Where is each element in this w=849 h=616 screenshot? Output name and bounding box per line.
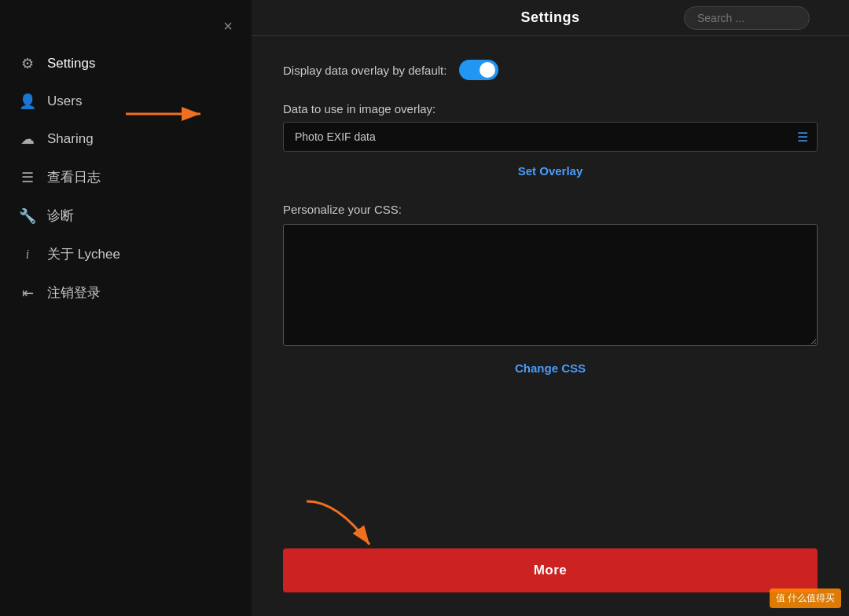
css-section: Personalize your CSS: Change CSS: [283, 203, 818, 383]
image-overlay-select[interactable]: Photo EXIF data: [283, 122, 818, 152]
change-css-button[interactable]: Change CSS: [283, 354, 818, 383]
sidebar-item-logout[interactable]: ⇤ 注销登录: [0, 273, 252, 312]
search-input[interactable]: [684, 6, 810, 30]
sidebar-item-logs[interactable]: ☰ 查看日志: [0, 158, 252, 196]
diagnostics-icon: 🔧: [19, 207, 36, 225]
users-icon: 👤: [19, 93, 36, 110]
main-header: Settings: [252, 0, 849, 36]
sidebar-item-sharing[interactable]: ☁ Sharing: [0, 120, 252, 158]
main-content: Display data overlay by default: Data to…: [252, 36, 849, 548]
logout-icon: ⇤: [19, 284, 36, 302]
logs-icon: ☰: [19, 169, 36, 186]
image-overlay-label: Data to use in image overlay:: [283, 102, 818, 116]
settings-icon: ⚙: [19, 55, 36, 72]
css-textarea[interactable]: [283, 224, 818, 346]
sidebar-close-row: ×: [0, 8, 252, 45]
sidebar-label-about: 关于 Lychee: [47, 245, 120, 263]
sidebar-item-about[interactable]: i 关于 Lychee: [0, 235, 252, 273]
about-icon: i: [19, 248, 36, 262]
more-btn-wrapper: More: [252, 548, 849, 616]
sidebar-label-diagnostics: 诊断: [47, 207, 74, 225]
watermark: 值 什么值得买: [770, 588, 841, 608]
sidebar-label-logs: 查看日志: [47, 168, 101, 186]
set-overlay-button[interactable]: Set Overlay: [283, 158, 818, 184]
sidebar-item-users[interactable]: 👤 Users: [0, 82, 252, 120]
sidebar: × ⚙ Settings 👤 Users ☁ Sharing ☰ 查看日志: [0, 0, 252, 616]
sidebar-item-settings[interactable]: ⚙ Settings: [0, 45, 252, 82]
sidebar-label-sharing: Sharing: [47, 131, 94, 147]
overlay-toggle[interactable]: [459, 60, 498, 80]
sidebar-label-settings: Settings: [47, 56, 95, 72]
image-overlay-select-wrapper: Photo EXIF data ☰: [283, 122, 818, 152]
page-title: Settings: [520, 9, 579, 26]
more-button[interactable]: More: [283, 548, 818, 592]
overlay-toggle-label: Display data overlay by default:: [283, 64, 447, 77]
main-panel: Settings Display data overlay by default…: [252, 0, 849, 616]
image-overlay-section: Data to use in image overlay: Photo EXIF…: [283, 102, 818, 184]
overlay-toggle-row: Display data overlay by default:: [283, 60, 818, 80]
sidebar-label-users: Users: [47, 94, 82, 109]
sharing-icon: ☁: [19, 130, 36, 148]
sidebar-item-diagnostics[interactable]: 🔧 诊断: [0, 196, 252, 235]
sidebar-label-logout: 注销登录: [47, 284, 101, 302]
close-button[interactable]: ×: [217, 14, 239, 38]
css-label: Personalize your CSS:: [283, 203, 818, 216]
